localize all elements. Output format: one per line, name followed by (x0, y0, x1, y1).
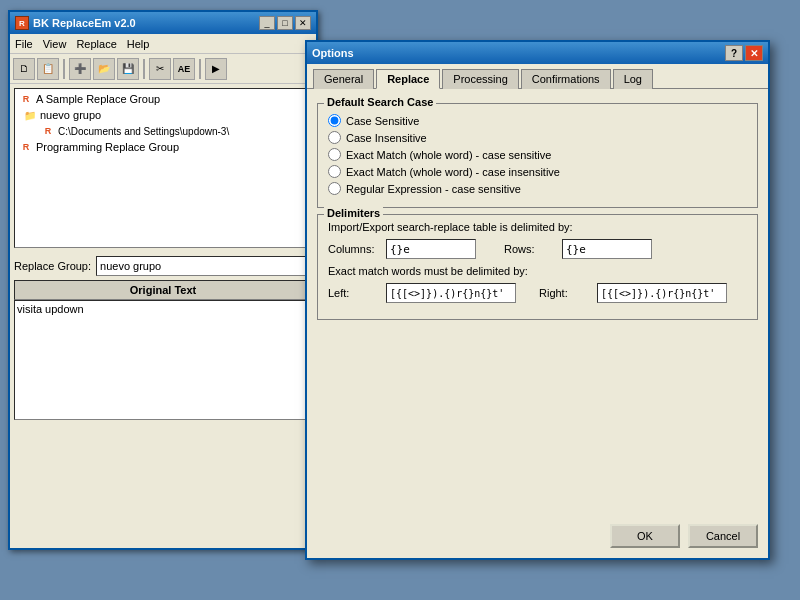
menu-view[interactable]: View (43, 38, 67, 50)
menu-bar: File View Replace Help (10, 34, 316, 54)
columns-row: Columns: Rows: (328, 239, 747, 259)
tree-label-3: Programming Replace Group (36, 141, 179, 153)
main-window: R BK ReplaceEm v2.0 _ □ ✕ File View Repl… (8, 10, 318, 550)
tab-replace[interactable]: Replace (376, 69, 440, 89)
tree-icon-3: R (19, 140, 33, 154)
menu-replace[interactable]: Replace (76, 38, 116, 50)
toolbar-icon-5[interactable]: 💾 (117, 58, 139, 80)
dialog-title-buttons: ? ✕ (725, 45, 763, 61)
left-input[interactable] (386, 283, 516, 303)
radio-case-sensitive[interactable] (328, 114, 341, 127)
main-title-left: R BK ReplaceEm v2.0 (15, 16, 136, 30)
delimiters-group: Delimiters Import/Export search-replace … (317, 214, 758, 320)
tree-icon-2: R (41, 124, 55, 138)
tree-view[interactable]: R A Sample Replace Group 📁 nuevo grupo R… (14, 88, 312, 248)
radio-exact-case-sensitive[interactable] (328, 148, 341, 161)
radio-case-insensitive[interactable] (328, 131, 341, 144)
import-export-label: Import/Export search-replace table is de… (328, 221, 747, 233)
exact-match-label: Exact match words must be delimited by: (328, 265, 747, 277)
main-title-bar: R BK ReplaceEm v2.0 _ □ ✕ (10, 12, 316, 34)
replace-group-row: Replace Group: (10, 252, 316, 280)
tree-icon-0: R (19, 92, 33, 106)
right-input[interactable] (597, 283, 727, 303)
columns-label: Columns: (328, 243, 378, 255)
columns-input[interactable] (386, 239, 476, 259)
tab-confirmations[interactable]: Confirmations (521, 69, 611, 89)
rows-input[interactable] (562, 239, 652, 259)
tree-label-2: C:\Documents and Settings\updown-3\ (58, 126, 229, 137)
toolbar-icon-8[interactable]: ▶ (205, 58, 227, 80)
left-right-row: Left: Right: (328, 283, 747, 303)
ok-button[interactable]: OK (610, 524, 680, 548)
toolbar-separator-1 (63, 59, 65, 79)
main-title-text: BK ReplaceEm v2.0 (33, 17, 136, 29)
main-minimize-button[interactable]: _ (259, 16, 275, 30)
toolbar-icon-3[interactable]: ➕ (69, 58, 91, 80)
radio-regex-sensitive[interactable] (328, 182, 341, 195)
tree-item-3[interactable]: R Programming Replace Group (17, 139, 309, 155)
rows-label: Rows: (504, 243, 554, 255)
dialog-title-text: Options (312, 47, 354, 59)
menu-file[interactable]: File (15, 38, 33, 50)
radio-case-sensitive-row: Case Sensitive (328, 114, 747, 127)
tree-item-0[interactable]: R A Sample Replace Group (17, 91, 309, 107)
main-app-icon: R (15, 16, 29, 30)
tree-label-0: A Sample Replace Group (36, 93, 160, 105)
radio-exact-case-insensitive[interactable] (328, 165, 341, 178)
main-title-buttons: _ □ ✕ (259, 16, 311, 30)
tree-item-1[interactable]: 📁 nuevo grupo (21, 107, 309, 123)
radio-exact-insensitive-label: Exact Match (whole word) - case insensit… (346, 166, 560, 178)
menu-help[interactable]: Help (127, 38, 150, 50)
tab-log[interactable]: Log (613, 69, 653, 89)
toolbar-separator-2 (143, 59, 145, 79)
replace-group-label: Replace Group: (14, 260, 91, 272)
radio-case-insensitive-row: Case Insensitive (328, 131, 747, 144)
tree-icon-1: 📁 (23, 108, 37, 122)
search-case-group-title: Default Search Case (324, 96, 436, 108)
search-case-group: Default Search Case Case Sensitive Case … (317, 103, 758, 208)
left-label: Left: (328, 287, 378, 299)
table-body: visita updown (14, 300, 312, 420)
options-dialog: Options ? ✕ General Replace Processing C… (305, 40, 770, 560)
dialog-title-bar: Options ? ✕ (307, 42, 768, 64)
dialog-content: Default Search Case Case Sensitive Case … (307, 89, 768, 334)
toolbar-icon-2[interactable]: 📋 (37, 58, 59, 80)
toolbar-icon-1[interactable]: 🗋 (13, 58, 35, 80)
toolbar-icon-4[interactable]: 📂 (93, 58, 115, 80)
toolbar-icon-6[interactable]: ✂ (149, 58, 171, 80)
radio-regex-label: Regular Expression - case sensitive (346, 183, 521, 195)
cancel-button[interactable]: Cancel (688, 524, 758, 548)
tree-label-1: nuevo grupo (40, 109, 101, 121)
dialog-help-button[interactable]: ? (725, 45, 743, 61)
original-text-header: Original Text (14, 280, 312, 300)
delimiters-group-title: Delimiters (324, 207, 383, 219)
main-close-button[interactable]: ✕ (295, 16, 311, 30)
toolbar-icon-7[interactable]: AE (173, 58, 195, 80)
main-maximize-button[interactable]: □ (277, 16, 293, 30)
table-row-0: visita updown (17, 303, 309, 315)
radio-exact-insensitive-row: Exact Match (whole word) - case insensit… (328, 165, 747, 178)
radio-case-sensitive-label: Case Sensitive (346, 115, 419, 127)
radio-exact-sensitive-row: Exact Match (whole word) - case sensitiv… (328, 148, 747, 161)
replace-group-input[interactable] (96, 256, 312, 276)
tab-general[interactable]: General (313, 69, 374, 89)
radio-exact-sensitive-label: Exact Match (whole word) - case sensitiv… (346, 149, 551, 161)
radio-regex-row: Regular Expression - case sensitive (328, 182, 747, 195)
toolbar: 🗋 📋 ➕ 📂 💾 ✂ AE ▶ (10, 54, 316, 84)
tab-processing[interactable]: Processing (442, 69, 518, 89)
dialog-close-button[interactable]: ✕ (745, 45, 763, 61)
tree-item-2[interactable]: R C:\Documents and Settings\updown-3\ (39, 123, 309, 139)
tabs-bar: General Replace Processing Confirmations… (307, 64, 768, 89)
radio-case-insensitive-label: Case Insensitive (346, 132, 427, 144)
toolbar-separator-3 (199, 59, 201, 79)
dialog-buttons: OK Cancel (610, 524, 758, 548)
right-label: Right: (539, 287, 589, 299)
